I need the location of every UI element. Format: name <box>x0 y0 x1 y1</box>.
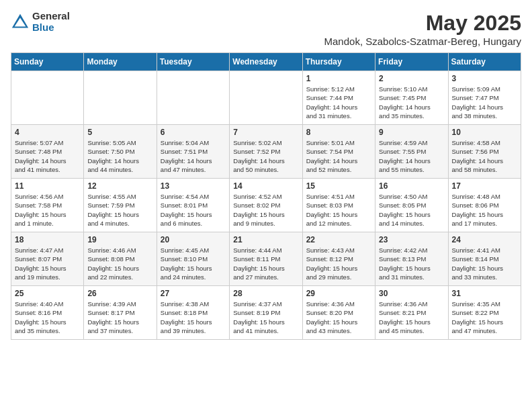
day-number: 10 <box>452 128 517 137</box>
calendar-cell: 8Sunrise: 5:01 AM Sunset: 7:54 PM Daylig… <box>302 125 375 179</box>
day-info: Sunrise: 4:59 AM Sunset: 7:55 PM Dayligh… <box>379 138 444 174</box>
day-info: Sunrise: 4:56 AM Sunset: 7:58 PM Dayligh… <box>15 192 80 228</box>
calendar-body: 1Sunrise: 5:12 AM Sunset: 7:44 PM Daylig… <box>11 71 521 340</box>
calendar-cell <box>230 71 302 125</box>
header-day-sunday: Sunday <box>11 53 84 71</box>
day-info: Sunrise: 5:07 AM Sunset: 7:48 PM Dayligh… <box>15 138 80 174</box>
calendar-cell: 7Sunrise: 5:02 AM Sunset: 7:52 PM Daylig… <box>230 125 302 179</box>
logo-general-text: General <box>32 11 70 22</box>
calendar-title: May 2025 <box>324 11 521 36</box>
day-info: Sunrise: 4:42 AM Sunset: 8:13 PM Dayligh… <box>379 246 444 281</box>
day-info: Sunrise: 4:35 AM Sunset: 8:22 PM Dayligh… <box>452 300 517 335</box>
calendar-cell: 29Sunrise: 4:36 AM Sunset: 8:20 PM Dayli… <box>302 286 375 340</box>
day-number: 9 <box>379 128 444 137</box>
week-row-4: 18Sunrise: 4:47 AM Sunset: 8:07 PM Dayli… <box>11 232 521 286</box>
logo: General Blue <box>11 11 70 33</box>
day-number: 18 <box>15 235 80 244</box>
day-info: Sunrise: 4:36 AM Sunset: 8:20 PM Dayligh… <box>306 300 371 335</box>
calendar-subtitle: Mandok, Szabolcs-Szatmar-Bereg, Hungary <box>324 36 521 47</box>
day-number: 8 <box>306 128 371 137</box>
title-block: May 2025 Mandok, Szabolcs-Szatmar-Bereg,… <box>324 11 521 47</box>
day-number: 4 <box>15 128 80 137</box>
day-number: 17 <box>452 181 517 191</box>
calendar-cell: 21Sunrise: 4:44 AM Sunset: 8:11 PM Dayli… <box>230 232 302 286</box>
calendar-cell: 3Sunrise: 5:09 AM Sunset: 7:47 PM Daylig… <box>448 71 521 125</box>
calendar-cell: 9Sunrise: 4:59 AM Sunset: 7:55 PM Daylig… <box>375 125 448 179</box>
logo-icon <box>11 13 30 32</box>
day-number: 14 <box>233 181 298 191</box>
day-info: Sunrise: 5:09 AM Sunset: 7:47 PM Dayligh… <box>452 85 517 120</box>
day-info: Sunrise: 4:47 AM Sunset: 8:07 PM Dayligh… <box>15 246 80 281</box>
calendar-table: SundayMondayTuesdayWednesdayThursdayFrid… <box>11 52 521 340</box>
day-number: 1 <box>306 74 371 83</box>
calendar-cell: 18Sunrise: 4:47 AM Sunset: 8:07 PM Dayli… <box>11 232 84 286</box>
calendar-cell: 22Sunrise: 4:43 AM Sunset: 8:12 PM Dayli… <box>302 232 375 286</box>
page-header: General Blue May 2025 Mandok, Szabolcs-S… <box>11 11 521 47</box>
day-number: 30 <box>379 289 444 298</box>
calendar-cell: 27Sunrise: 4:38 AM Sunset: 8:18 PM Dayli… <box>157 286 229 340</box>
day-info: Sunrise: 4:37 AM Sunset: 8:19 PM Dayligh… <box>233 300 298 335</box>
day-number: 29 <box>306 289 371 298</box>
calendar-header: SundayMondayTuesdayWednesdayThursdayFrid… <box>11 53 521 71</box>
calendar-cell: 10Sunrise: 4:58 AM Sunset: 7:56 PM Dayli… <box>448 125 521 179</box>
day-info: Sunrise: 5:01 AM Sunset: 7:54 PM Dayligh… <box>306 138 371 174</box>
day-number: 20 <box>161 235 226 244</box>
week-row-1: 1Sunrise: 5:12 AM Sunset: 7:44 PM Daylig… <box>11 71 521 125</box>
calendar-cell: 31Sunrise: 4:35 AM Sunset: 8:22 PM Dayli… <box>448 286 521 340</box>
header-row: SundayMondayTuesdayWednesdayThursdayFrid… <box>11 53 521 71</box>
day-info: Sunrise: 5:04 AM Sunset: 7:51 PM Dayligh… <box>161 138 226 174</box>
header-day-wednesday: Wednesday <box>230 53 302 71</box>
calendar-cell: 1Sunrise: 5:12 AM Sunset: 7:44 PM Daylig… <box>302 71 375 125</box>
header-day-monday: Monday <box>84 53 157 71</box>
calendar-cell: 5Sunrise: 5:05 AM Sunset: 7:50 PM Daylig… <box>84 125 157 179</box>
day-info: Sunrise: 5:10 AM Sunset: 7:45 PM Dayligh… <box>379 85 444 120</box>
calendar-cell: 16Sunrise: 4:50 AM Sunset: 8:05 PM Dayli… <box>375 179 448 232</box>
day-info: Sunrise: 4:36 AM Sunset: 8:21 PM Dayligh… <box>379 300 444 335</box>
calendar-cell: 14Sunrise: 4:52 AM Sunset: 8:02 PM Dayli… <box>230 179 302 232</box>
header-day-saturday: Saturday <box>448 53 521 71</box>
calendar-cell <box>157 71 229 125</box>
header-day-friday: Friday <box>375 53 448 71</box>
day-info: Sunrise: 4:43 AM Sunset: 8:12 PM Dayligh… <box>306 246 371 281</box>
day-number: 19 <box>87 235 152 244</box>
calendar-cell: 23Sunrise: 4:42 AM Sunset: 8:13 PM Dayli… <box>375 232 448 286</box>
day-number: 3 <box>452 74 517 83</box>
calendar-cell: 24Sunrise: 4:41 AM Sunset: 8:14 PM Dayli… <box>448 232 521 286</box>
logo-text: General Blue <box>32 11 70 33</box>
calendar-cell: 20Sunrise: 4:45 AM Sunset: 8:10 PM Dayli… <box>157 232 229 286</box>
day-info: Sunrise: 4:55 AM Sunset: 7:59 PM Dayligh… <box>87 192 152 228</box>
calendar-cell: 15Sunrise: 4:51 AM Sunset: 8:03 PM Dayli… <box>302 179 375 232</box>
calendar-cell <box>11 71 84 125</box>
calendar-cell: 13Sunrise: 4:54 AM Sunset: 8:01 PM Dayli… <box>157 179 229 232</box>
calendar-cell: 4Sunrise: 5:07 AM Sunset: 7:48 PM Daylig… <box>11 125 84 179</box>
day-number: 6 <box>161 128 226 137</box>
day-number: 16 <box>379 181 444 191</box>
day-number: 25 <box>15 289 80 298</box>
calendar-cell: 2Sunrise: 5:10 AM Sunset: 7:45 PM Daylig… <box>375 71 448 125</box>
logo-blue-text: Blue <box>32 22 70 34</box>
calendar-cell: 28Sunrise: 4:37 AM Sunset: 8:19 PM Dayli… <box>230 286 302 340</box>
calendar-cell <box>84 71 157 125</box>
day-info: Sunrise: 4:46 AM Sunset: 8:08 PM Dayligh… <box>87 246 152 281</box>
day-info: Sunrise: 5:02 AM Sunset: 7:52 PM Dayligh… <box>233 138 298 174</box>
day-number: 21 <box>233 235 298 244</box>
day-number: 7 <box>233 128 298 137</box>
week-row-5: 25Sunrise: 4:40 AM Sunset: 8:16 PM Dayli… <box>11 286 521 340</box>
day-number: 13 <box>161 181 226 191</box>
calendar-cell: 25Sunrise: 4:40 AM Sunset: 8:16 PM Dayli… <box>11 286 84 340</box>
day-number: 15 <box>306 181 371 191</box>
day-info: Sunrise: 4:50 AM Sunset: 8:05 PM Dayligh… <box>379 192 444 228</box>
calendar-cell: 17Sunrise: 4:48 AM Sunset: 8:06 PM Dayli… <box>448 179 521 232</box>
day-number: 12 <box>87 181 152 191</box>
day-info: Sunrise: 4:52 AM Sunset: 8:02 PM Dayligh… <box>233 192 298 228</box>
day-number: 2 <box>379 74 444 83</box>
calendar-cell: 11Sunrise: 4:56 AM Sunset: 7:58 PM Dayli… <box>11 179 84 232</box>
day-number: 27 <box>161 289 226 298</box>
calendar-cell: 19Sunrise: 4:46 AM Sunset: 8:08 PM Dayli… <box>84 232 157 286</box>
day-number: 11 <box>15 181 80 191</box>
day-info: Sunrise: 4:45 AM Sunset: 8:10 PM Dayligh… <box>161 246 226 281</box>
day-number: 31 <box>452 289 517 298</box>
calendar-cell: 26Sunrise: 4:39 AM Sunset: 8:17 PM Dayli… <box>84 286 157 340</box>
day-number: 26 <box>87 289 152 298</box>
day-info: Sunrise: 4:54 AM Sunset: 8:01 PM Dayligh… <box>161 192 226 228</box>
